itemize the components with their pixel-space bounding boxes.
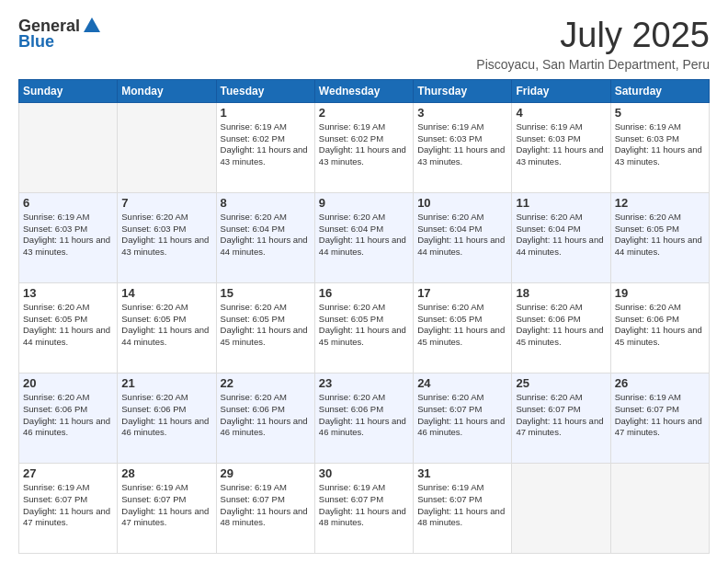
day-info: Sunrise: 6:20 AMSunset: 6:05 PMDaylight:… (615, 212, 705, 259)
calendar-table: Sunday Monday Tuesday Wednesday Thursday… (18, 79, 710, 554)
day-info: Sunrise: 6:19 AMSunset: 6:03 PMDaylight:… (417, 121, 507, 168)
day-info: Sunrise: 6:20 AMSunset: 6:06 PMDaylight:… (319, 392, 409, 439)
table-row: 27Sunrise: 6:19 AMSunset: 6:07 PMDayligh… (19, 463, 118, 553)
svg-marker-0 (84, 17, 100, 32)
day-info: Sunrise: 6:20 AMSunset: 6:05 PMDaylight:… (221, 302, 311, 349)
calendar-week-row: 6Sunrise: 6:19 AMSunset: 6:03 PMDaylight… (19, 192, 710, 282)
table-row: 15Sunrise: 6:20 AMSunset: 6:05 PMDayligh… (216, 282, 314, 373)
day-info: Sunrise: 6:20 AMSunset: 6:06 PMDaylight:… (221, 392, 311, 439)
day-info: Sunrise: 6:19 AMSunset: 6:07 PMDaylight:… (121, 482, 211, 529)
col-thursday: Thursday (414, 79, 512, 102)
table-row: 19Sunrise: 6:20 AMSunset: 6:06 PMDayligh… (610, 282, 709, 373)
day-info: Sunrise: 6:19 AMSunset: 6:07 PMDaylight:… (319, 482, 409, 529)
table-row: 8Sunrise: 6:20 AMSunset: 6:04 PMDaylight… (216, 192, 314, 282)
col-monday: Monday (118, 79, 216, 102)
day-number: 5 (615, 106, 705, 120)
day-number: 1 (221, 106, 311, 120)
day-number: 31 (417, 466, 507, 480)
day-number: 27 (23, 466, 113, 480)
day-number: 13 (23, 286, 113, 300)
day-info: Sunrise: 6:19 AMSunset: 6:02 PMDaylight:… (319, 121, 409, 168)
col-friday: Friday (512, 79, 610, 102)
table-row: 23Sunrise: 6:20 AMSunset: 6:06 PMDayligh… (314, 373, 413, 463)
table-row (19, 102, 118, 192)
day-info: Sunrise: 6:20 AMSunset: 6:06 PMDaylight:… (121, 392, 211, 439)
table-row: 13Sunrise: 6:20 AMSunset: 6:05 PMDayligh… (19, 282, 118, 373)
table-row: 3Sunrise: 6:19 AMSunset: 6:03 PMDaylight… (414, 102, 512, 192)
day-info: Sunrise: 6:19 AMSunset: 6:03 PMDaylight:… (516, 121, 606, 168)
day-number: 18 (516, 286, 606, 300)
header: General Blue July 2025 Piscoyacu, San Ma… (18, 17, 710, 72)
table-row: 26Sunrise: 6:19 AMSunset: 6:07 PMDayligh… (610, 373, 709, 463)
day-number: 21 (121, 376, 211, 390)
day-number: 24 (417, 376, 507, 390)
day-number: 10 (417, 196, 507, 210)
logo-icon (82, 16, 102, 36)
day-info: Sunrise: 6:20 AMSunset: 6:04 PMDaylight:… (221, 212, 311, 259)
day-number: 30 (319, 466, 409, 480)
table-row: 20Sunrise: 6:20 AMSunset: 6:06 PMDayligh… (19, 373, 118, 463)
table-row: 5Sunrise: 6:19 AMSunset: 6:03 PMDaylight… (610, 102, 709, 192)
table-row (512, 463, 610, 553)
table-row: 25Sunrise: 6:20 AMSunset: 6:07 PMDayligh… (512, 373, 610, 463)
day-number: 19 (615, 286, 705, 300)
day-info: Sunrise: 6:19 AMSunset: 6:07 PMDaylight:… (615, 392, 705, 439)
table-row: 1Sunrise: 6:19 AMSunset: 6:02 PMDaylight… (216, 102, 314, 192)
day-number: 26 (615, 376, 705, 390)
table-row: 28Sunrise: 6:19 AMSunset: 6:07 PMDayligh… (118, 463, 216, 553)
table-row: 2Sunrise: 6:19 AMSunset: 6:02 PMDaylight… (314, 102, 413, 192)
table-row: 10Sunrise: 6:20 AMSunset: 6:04 PMDayligh… (414, 192, 512, 282)
day-info: Sunrise: 6:20 AMSunset: 6:03 PMDaylight:… (121, 212, 211, 259)
day-info: Sunrise: 6:20 AMSunset: 6:05 PMDaylight:… (417, 302, 507, 349)
day-info: Sunrise: 6:20 AMSunset: 6:07 PMDaylight:… (417, 392, 507, 439)
calendar-week-row: 20Sunrise: 6:20 AMSunset: 6:06 PMDayligh… (19, 373, 710, 463)
day-number: 4 (516, 106, 606, 120)
day-number: 15 (221, 286, 311, 300)
day-number: 2 (319, 106, 409, 120)
day-info: Sunrise: 6:20 AMSunset: 6:04 PMDaylight:… (516, 212, 606, 259)
col-saturday: Saturday (610, 79, 709, 102)
table-row: 9Sunrise: 6:20 AMSunset: 6:04 PMDaylight… (314, 192, 413, 282)
day-info: Sunrise: 6:20 AMSunset: 6:06 PMDaylight:… (23, 392, 113, 439)
day-info: Sunrise: 6:19 AMSunset: 6:07 PMDaylight:… (221, 482, 311, 529)
day-info: Sunrise: 6:20 AMSunset: 6:04 PMDaylight:… (417, 212, 507, 259)
day-info: Sunrise: 6:20 AMSunset: 6:04 PMDaylight:… (319, 212, 409, 259)
calendar-week-row: 1Sunrise: 6:19 AMSunset: 6:02 PMDaylight… (19, 102, 710, 192)
day-number: 3 (417, 106, 507, 120)
day-info: Sunrise: 6:20 AMSunset: 6:05 PMDaylight:… (319, 302, 409, 349)
day-info: Sunrise: 6:20 AMSunset: 6:06 PMDaylight:… (615, 302, 705, 349)
day-number: 20 (23, 376, 113, 390)
day-number: 11 (516, 196, 606, 210)
col-wednesday: Wednesday (314, 79, 413, 102)
day-number: 9 (319, 196, 409, 210)
table-row: 18Sunrise: 6:20 AMSunset: 6:06 PMDayligh… (512, 282, 610, 373)
location-title: Piscoyacu, San Martin Department, Peru (476, 57, 710, 72)
day-number: 22 (221, 376, 311, 390)
col-sunday: Sunday (19, 79, 118, 102)
day-number: 8 (221, 196, 311, 210)
day-info: Sunrise: 6:19 AMSunset: 6:03 PMDaylight:… (23, 212, 113, 259)
day-info: Sunrise: 6:19 AMSunset: 6:03 PMDaylight:… (615, 121, 705, 168)
logo: General Blue (18, 17, 102, 52)
title-section: July 2025 Piscoyacu, San Martin Departme… (476, 17, 710, 72)
page: General Blue July 2025 Piscoyacu, San Ma… (0, 0, 728, 563)
table-row: 24Sunrise: 6:20 AMSunset: 6:07 PMDayligh… (414, 373, 512, 463)
day-info: Sunrise: 6:20 AMSunset: 6:06 PMDaylight:… (516, 302, 606, 349)
table-row: 17Sunrise: 6:20 AMSunset: 6:05 PMDayligh… (414, 282, 512, 373)
table-row: 12Sunrise: 6:20 AMSunset: 6:05 PMDayligh… (610, 192, 709, 282)
table-row: 31Sunrise: 6:19 AMSunset: 6:07 PMDayligh… (414, 463, 512, 553)
day-number: 29 (221, 466, 311, 480)
table-row (118, 102, 216, 192)
calendar-header-row: Sunday Monday Tuesday Wednesday Thursday… (19, 79, 710, 102)
table-row (610, 463, 709, 553)
table-row: 14Sunrise: 6:20 AMSunset: 6:05 PMDayligh… (118, 282, 216, 373)
day-number: 17 (417, 286, 507, 300)
day-info: Sunrise: 6:20 AMSunset: 6:05 PMDaylight:… (121, 302, 211, 349)
table-row: 4Sunrise: 6:19 AMSunset: 6:03 PMDaylight… (512, 102, 610, 192)
day-number: 16 (319, 286, 409, 300)
table-row: 16Sunrise: 6:20 AMSunset: 6:05 PMDayligh… (314, 282, 413, 373)
col-tuesday: Tuesday (216, 79, 314, 102)
table-row: 7Sunrise: 6:20 AMSunset: 6:03 PMDaylight… (118, 192, 216, 282)
day-number: 23 (319, 376, 409, 390)
day-number: 7 (121, 196, 211, 210)
